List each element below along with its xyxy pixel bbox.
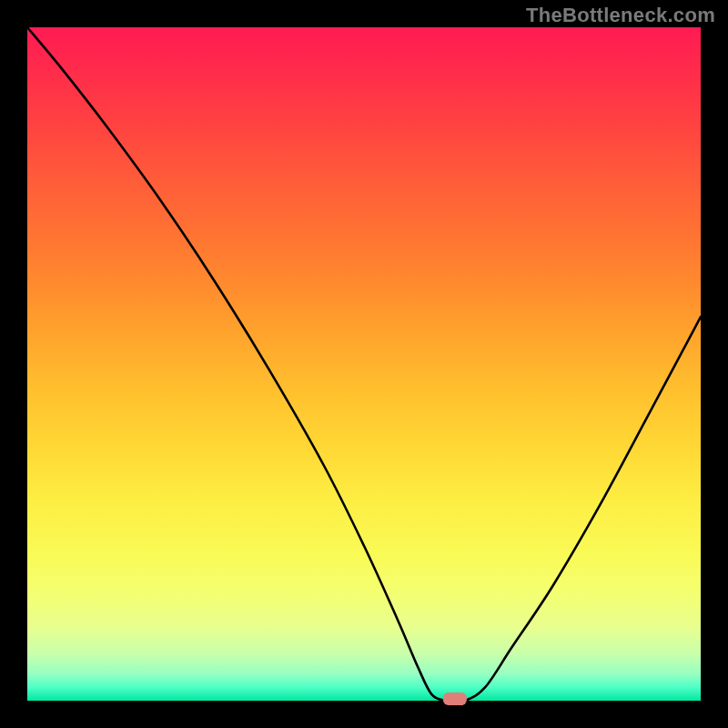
optimal-point-marker (443, 693, 467, 705)
chart-frame: TheBottleneck.com (0, 0, 728, 728)
chart-svg (27, 27, 701, 701)
plot-area (27, 27, 701, 701)
bottleneck-curve (27, 27, 701, 702)
watermark-text: TheBottleneck.com (526, 4, 715, 27)
